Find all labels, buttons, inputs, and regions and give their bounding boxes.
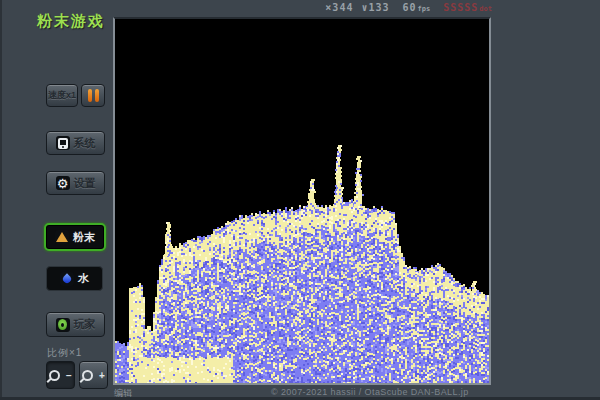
save-name-value: SSSSS <box>443 2 478 13</box>
app-title: 粉末游戏 <box>37 12 105 31</box>
pause-icon <box>88 89 99 102</box>
simulation-frame <box>113 17 491 385</box>
save-name-unit: dot <box>479 5 492 13</box>
scale-label: 比例×1 <box>47 346 82 360</box>
copyright: © 2007-2021 hassii / OtaScube DAN-BALL.j… <box>271 387 469 397</box>
player-icon <box>56 318 70 332</box>
water-tool-label: 水 <box>78 271 89 286</box>
gear-icon <box>56 176 70 190</box>
window-left-edge <box>0 0 2 400</box>
magnifier-plus-icon <box>82 370 93 381</box>
speed-button[interactable]: 速度x1 <box>46 84 78 107</box>
game-canvas[interactable] <box>115 19 489 383</box>
system-button[interactable]: 系统 <box>46 131 105 155</box>
status-bar: ×344 ∨133 60 fps SSSSS dot <box>290 2 492 13</box>
pause-button[interactable] <box>81 84 105 107</box>
fps-value: 60 <box>403 2 417 13</box>
fps-counter: 60 fps <box>403 2 431 13</box>
particle-count-y: ∨133 <box>361 2 389 13</box>
speed-button-label: 速度x1 <box>48 89 76 102</box>
powder-game-window: 粉末游戏 ×344 ∨133 60 fps SSSSS dot 速度x1 系统 … <box>0 0 600 400</box>
settings-button[interactable]: 设置 <box>46 171 105 195</box>
powder-tool-button[interactable]: 粉末 <box>44 223 106 251</box>
monitor-icon <box>56 136 70 150</box>
zoom-out-button[interactable]: − <box>46 361 75 389</box>
powder-tool-label: 粉末 <box>73 230 95 245</box>
particle-count-x: ×344 <box>325 2 353 13</box>
water-drop-icon <box>60 272 74 286</box>
magnifier-minus-icon <box>49 370 60 381</box>
player-tool-label: 玩家 <box>74 317 96 332</box>
player-tool-button[interactable]: 玩家 <box>46 312 105 337</box>
system-button-label: 系统 <box>74 136 96 151</box>
water-tool-button[interactable]: 水 <box>46 266 103 291</box>
particle-counters: ×344 ∨133 <box>325 2 389 13</box>
powder-pile-icon <box>55 230 69 244</box>
settings-button-label: 设置 <box>74 176 96 191</box>
zoom-out-sign: − <box>66 370 72 381</box>
fps-unit: fps <box>418 5 431 13</box>
zoom-in-button[interactable]: + <box>79 361 108 389</box>
zoom-in-sign: + <box>99 370 105 381</box>
save-name: SSSSS dot <box>443 2 492 13</box>
